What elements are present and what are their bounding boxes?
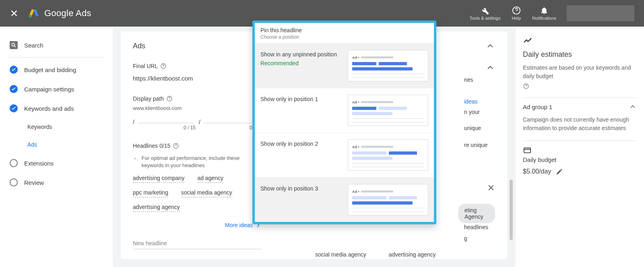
sidebar-item-keywords-ads[interactable]: Keywords and ads bbox=[0, 99, 113, 118]
display-path-base: www.klientboost.com bbox=[133, 105, 262, 111]
keyword-chip[interactable]: advertising company bbox=[133, 175, 184, 183]
svg-rect-8 bbox=[524, 148, 531, 153]
new-headline-input[interactable]: New headline bbox=[133, 237, 262, 249]
path-input-1[interactable] bbox=[138, 114, 194, 123]
help-icon[interactable] bbox=[160, 63, 167, 69]
google-ads-icon bbox=[28, 8, 39, 19]
adgroup-title: Ad group 1 bbox=[523, 103, 552, 110]
close-icon[interactable] bbox=[10, 9, 19, 18]
svg-point-0 bbox=[29, 15, 32, 18]
estimates-desc: Estimates are based on your keywords and… bbox=[523, 64, 637, 89]
radio-icon bbox=[10, 178, 18, 186]
keyword-chip[interactable]: ad agency bbox=[197, 175, 223, 183]
pin-preview: Ad • bbox=[348, 50, 428, 81]
check-icon bbox=[10, 85, 18, 93]
peek-text: re unique bbox=[464, 142, 487, 148]
path-counter-1: 0 / 15 bbox=[138, 123, 196, 130]
pin-option-any[interactable]: Show in any unpinned position Recommende… bbox=[255, 43, 434, 88]
notifications-button[interactable]: Notifications bbox=[532, 6, 556, 21]
collapse-icon[interactable] bbox=[485, 41, 495, 51]
scrollbar[interactable] bbox=[510, 180, 513, 240]
help-button[interactable]: Help bbox=[512, 6, 521, 21]
popover-subtitle: Choose a position bbox=[260, 34, 428, 40]
desc-chip[interactable]: advertising agency bbox=[389, 251, 436, 258]
sidebar-item-campaign[interactable]: Campaign settings bbox=[0, 79, 113, 99]
pin-option-3[interactable]: Show only in position 3 Ad • bbox=[255, 177, 434, 222]
page-title: Ads bbox=[133, 42, 145, 50]
desc-chip[interactable]: social media agency bbox=[315, 251, 366, 258]
budget-value: $5.00/day bbox=[523, 168, 551, 175]
peek-text: unique bbox=[464, 125, 481, 131]
sidebar-item-extensions[interactable]: Extensions bbox=[0, 153, 113, 173]
sidebar: Search Budget and bidding Campaign setti… bbox=[0, 27, 113, 267]
check-icon bbox=[10, 104, 18, 112]
estimates-panel: Daily estimates Estimates are based on y… bbox=[515, 27, 644, 267]
keyword-chip[interactable]: advertising agency bbox=[133, 204, 180, 212]
trend-icon bbox=[523, 35, 533, 45]
sidebar-item-keywords[interactable]: Keywords bbox=[0, 118, 113, 136]
collapse-adgroup-icon[interactable] bbox=[629, 103, 637, 111]
help-icon[interactable] bbox=[166, 95, 173, 102]
pin-preview: Ad • bbox=[348, 184, 428, 215]
card-icon bbox=[523, 146, 532, 155]
logo-text: Google Ads bbox=[44, 8, 91, 19]
collapse-section-icon[interactable] bbox=[485, 63, 495, 72]
close-panel-icon[interactable] bbox=[487, 184, 495, 192]
help-icon[interactable] bbox=[173, 143, 179, 149]
sidebar-item-budget[interactable]: Budget and bidding bbox=[0, 60, 113, 79]
popover-title: Pin this headline bbox=[260, 27, 428, 33]
search-icon bbox=[10, 41, 18, 49]
estimates-title: Daily estimates bbox=[523, 50, 637, 59]
display-path-label: Display path bbox=[133, 95, 262, 102]
pin-option-1[interactable]: Show only in position 1 Ad • bbox=[255, 88, 434, 132]
logo: Google Ads bbox=[28, 8, 91, 19]
headlines-hint: For optimal ad performance, include thes… bbox=[142, 155, 262, 169]
radio-icon bbox=[10, 159, 18, 167]
edit-icon[interactable] bbox=[556, 168, 563, 175]
pin-preview: Ad • bbox=[348, 139, 428, 171]
peek-link[interactable]: ideas bbox=[464, 98, 477, 105]
sidebar-item-search[interactable]: Search bbox=[0, 35, 113, 55]
peek-text: g bbox=[464, 235, 467, 242]
check-icon bbox=[10, 66, 18, 74]
collapse-hint-icon[interactable] bbox=[133, 155, 138, 162]
pin-preview: Ad • bbox=[348, 95, 428, 126]
headlines-label: Headlines 0/15 bbox=[133, 143, 262, 149]
account-box[interactable] bbox=[567, 5, 634, 21]
help-icon[interactable] bbox=[523, 83, 529, 89]
sidebar-item-ads[interactable]: Ads bbox=[0, 136, 113, 153]
bell-icon bbox=[540, 6, 549, 15]
keyword-chip[interactable]: social media agency bbox=[181, 189, 232, 197]
help-icon bbox=[512, 6, 521, 15]
more-ideas-link[interactable]: More ideas bbox=[133, 221, 262, 229]
wrench-icon bbox=[481, 6, 489, 15]
peek-text: n your bbox=[464, 109, 480, 115]
final-url-label: Final URL bbox=[133, 63, 262, 69]
peek-chip[interactable]: eting Agency bbox=[458, 204, 495, 223]
path-input-2[interactable] bbox=[204, 114, 260, 123]
svg-point-2 bbox=[12, 43, 14, 46]
adgroup-body: Campaign does not currently have enough … bbox=[523, 116, 637, 141]
peek-text: nes bbox=[464, 77, 473, 83]
peek-text: headlines bbox=[464, 224, 488, 230]
keyword-chip[interactable]: ppc marketing bbox=[133, 189, 168, 197]
pin-popover: Pin this headline Choose a position Show… bbox=[252, 21, 436, 224]
tools-settings-button[interactable]: Tools & settings bbox=[469, 6, 500, 21]
pin-option-2[interactable]: Show only in position 2 Ad • bbox=[255, 132, 434, 177]
sidebar-item-review[interactable]: Review bbox=[0, 173, 113, 192]
budget-label: Daily budget bbox=[523, 156, 637, 163]
final-url-value[interactable]: https://klientboost.com bbox=[133, 72, 262, 85]
